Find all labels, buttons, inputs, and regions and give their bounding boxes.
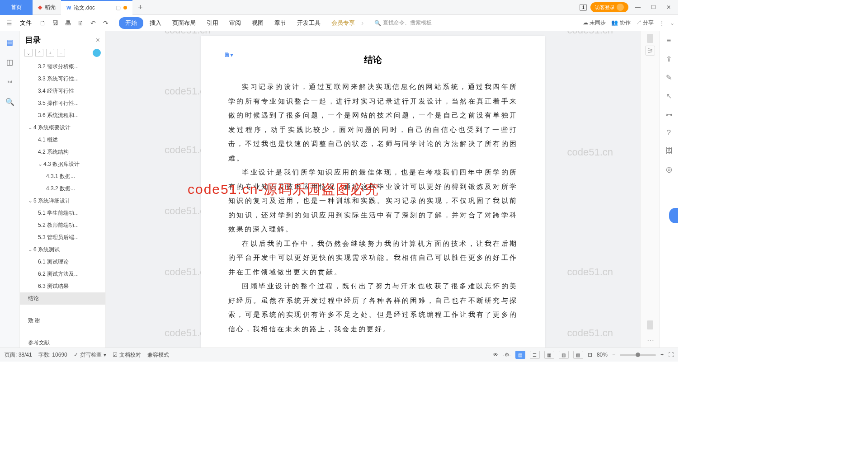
zoom-in-button[interactable]: + [660,352,664,358]
toc-item[interactable]: ⌄4.3 数据库设计 [20,158,105,170]
save-icon[interactable]: 🖫 [50,18,61,28]
toc-item[interactable]: 4.3.2 数据... [20,183,105,195]
toc-remove[interactable]: − [57,49,65,57]
fit-icon[interactable]: ⊡ [588,352,592,358]
toc-add[interactable]: + [46,49,54,57]
proofread-button[interactable]: ☑ 文档校对 [113,351,141,359]
zoom-value[interactable]: 80% [597,352,608,358]
toc-item[interactable]: 3.3 系统可行性... [20,73,105,85]
compass-icon[interactable]: ◎ [666,165,672,174]
toc-item[interactable]: 6.3 测试结果 [20,280,105,292]
collapse-ribbon-icon[interactable]: ⌄ [670,20,675,26]
sync-status[interactable]: ☁ 未同步 [583,19,606,27]
coop-button[interactable]: 👥 协作 [611,19,630,27]
word-count[interactable]: 字数: 10690 [38,351,67,359]
tab-add[interactable]: + [132,3,148,12]
undo-icon[interactable]: ↶ [88,18,99,28]
menu-icon[interactable]: ☰ [4,18,14,28]
toc-item[interactable]: 致 谢 [20,315,105,327]
ribbon-tab-references[interactable]: 引用 [202,17,223,29]
select-icon[interactable]: ↖ [666,92,672,100]
screen-icon[interactable]: ▢ [116,5,121,11]
page-doc-icon[interactable]: 🗎▾ [224,51,233,58]
view-page-button[interactable]: ▤ [515,351,525,359]
toc-item[interactable]: 3.6 系统流程和... [20,109,105,122]
toc-item[interactable]: 5.2 教师前端功... [20,219,105,231]
page-indicator[interactable]: 页面: 38/41 [5,351,32,359]
compat-mode[interactable]: 兼容模式 [147,351,169,359]
toc-ai-button[interactable] [93,49,101,57]
ribbon-tab-dev[interactable]: 开发工具 [292,17,325,29]
settings-icon[interactable]: ⊶ [665,110,673,119]
toc-item[interactable]: 6.2 测试方法及... [20,268,105,280]
side-tab[interactable] [669,208,678,223]
scroll-up-icon[interactable] [647,34,653,43]
more-thumb-icon[interactable]: ⋯ [647,336,654,345]
login-button[interactable]: 访客登录 [590,2,628,12]
minimize-button[interactable]: — [632,1,644,13]
ribbon-tab-view[interactable]: 视图 [247,17,268,29]
document-viewport[interactable]: code51.cn code51.cn code51.cn code51.cn … [106,31,640,348]
toc-expand-all[interactable]: ⌃ [35,49,43,57]
toc-item[interactable]: 5.3 管理员后端... [20,231,105,244]
maximize-button[interactable]: ☐ [647,1,659,13]
bookmark-icon[interactable]: ⎃ [5,77,14,86]
toc-list[interactable]: 3.2 需求分析概...3.3 系统可行性...3.4 经济可行性3.5 操作可… [20,61,105,348]
ribbon-tab-review[interactable]: 审阅 [225,17,245,29]
redo-icon[interactable]: ↷ [100,18,111,28]
tab-home[interactable]: 首页 [0,0,33,15]
toc-collapse-all[interactable]: ⌄ [24,49,33,57]
ribbon-tab-vip[interactable]: 会员专享 [327,17,359,29]
toc-item[interactable]: 6.1 测试理论 [20,256,105,268]
toc-item[interactable]: ⌄5 系统详细设计 [20,195,105,207]
toc-item[interactable]: 4.2 系统结构 [20,146,105,158]
toc-item[interactable]: 5.1 学生前端功... [20,207,105,219]
help-icon[interactable]: ? [667,129,671,137]
command-search[interactable]: 🔍 查找命令、搜索模板 [374,19,432,27]
ribbon-tab-insert[interactable]: 插入 [145,17,166,29]
ribbon-tab-sections[interactable]: 章节 [270,17,291,29]
zoom-slider[interactable] [620,354,656,356]
spellcheck-button[interactable]: ✓ 拼写检查 ▾ [74,351,106,359]
tab-docker[interactable]: ◆稻壳 [33,0,61,15]
more-icon[interactable]: ⋮ [659,20,665,26]
toc-item[interactable]: 3.4 经济可行性 [20,85,105,97]
toc-item[interactable]: 3.5 操作可行性... [20,97,105,109]
toc-item[interactable]: 3.2 需求分析概... [20,61,105,73]
ribbon-tab-start[interactable]: 开始 [119,17,143,29]
bulb-icon[interactable]: ·⚙· [503,352,511,358]
thumbnail-strip[interactable]: ⚞ ⋯ [640,31,659,348]
ribbon-tab-layout[interactable]: 页面布局 [168,17,200,29]
toc-item[interactable]: 4.3.1 数据... [20,170,105,183]
view-web-button[interactable]: ▦ [544,351,554,359]
hamburger-icon[interactable]: ≡ [667,37,671,45]
filter-icon[interactable]: ⚞ [645,46,655,56]
toc-item[interactable]: 结论 [20,292,105,305]
image-icon[interactable]: 🖼 [665,147,673,155]
window-count-badge[interactable]: 1 [580,4,587,11]
toc-item[interactable]: ⌄6 系统测试 [20,244,105,256]
edit-icon[interactable]: ✎ [666,73,672,82]
preview-icon[interactable]: 🗎 [75,18,86,28]
close-window-button[interactable]: ✕ [663,1,675,13]
scroll-down-icon[interactable] [647,320,653,329]
toc-item[interactable]: 4.1 概述 [20,134,105,146]
fullscreen-icon[interactable]: ⛶ [668,352,674,358]
view-outline-button[interactable]: ☰ [530,351,540,359]
share-button[interactable]: ↗ 分享 [636,19,654,27]
toc-close-button[interactable]: × [96,36,100,44]
toc-item[interactable]: ⌄4 系统概要设计 [20,122,105,134]
view-focus-button[interactable]: ▧ [573,351,583,359]
search-sidebar-icon[interactable]: 🔍 [5,97,14,106]
eye-icon[interactable]: 👁 [493,352,498,358]
view-read-button[interactable]: ▥ [559,351,569,359]
file-menu[interactable]: 文件 [16,17,35,29]
rocket-icon[interactable]: ⇪ [666,55,672,63]
zoom-out-button[interactable]: − [612,352,615,358]
toc-item[interactable]: 参考文献 [20,337,105,348]
print-icon[interactable]: 🖶 [62,18,73,28]
outline-icon[interactable]: ▤ [5,38,14,47]
new-doc-icon[interactable]: 🗋 [37,18,48,28]
tab-document[interactable]: W 论文.doc ▢ [61,0,132,15]
tag-icon[interactable]: ◫ [5,57,14,66]
